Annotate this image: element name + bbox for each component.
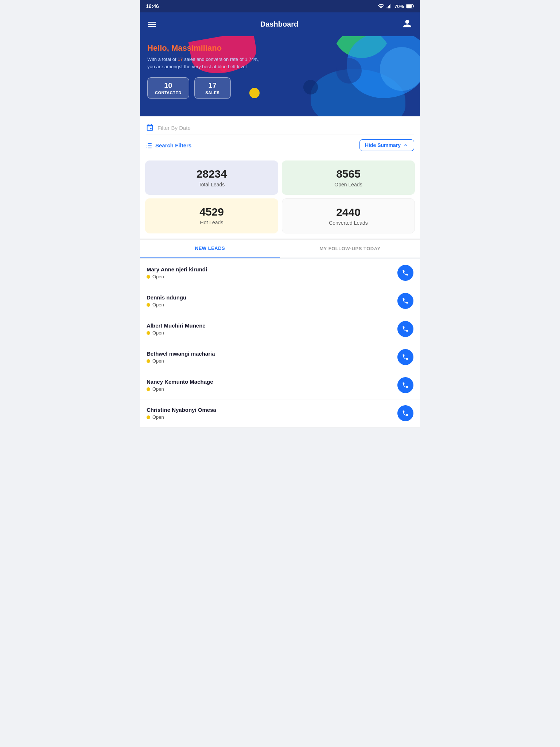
converted-leads-label: Converted Leads xyxy=(288,220,409,226)
wifi-icon xyxy=(378,3,384,9)
lead-item: Mary Anne njeri kirundi Open xyxy=(140,259,420,287)
lead-item: Dennis ndungu Open xyxy=(140,287,420,315)
status-label: Open xyxy=(152,414,164,420)
status-time: 16:46 xyxy=(146,3,159,9)
lead-list: Mary Anne njeri kirundi Open Dennis ndun… xyxy=(140,259,420,427)
status-bar: 16:46 70% xyxy=(140,0,420,12)
hero-description: With a total of 17 sales and conversion … xyxy=(147,56,264,70)
lead-item: Nancy Kemunto Machage Open xyxy=(140,371,420,399)
open-leads-label: Open Leads xyxy=(288,182,409,187)
contacted-stat: 10 CONTACTED xyxy=(147,77,189,99)
hot-leads-label: Hot Leads xyxy=(151,220,272,225)
lead-info: Mary Anne njeri kirundi Open xyxy=(147,266,207,279)
lead-name: Christine Nyabonyi Omesa xyxy=(147,407,216,413)
phone-icon xyxy=(402,353,409,361)
open-leads-card: 8565 Open Leads xyxy=(282,160,415,195)
battery-percentage: 70% xyxy=(394,4,404,9)
summary-grid: 28234 Total Leads 8565 Open Leads 4529 H… xyxy=(140,157,420,239)
phone-icon xyxy=(402,382,409,389)
svg-rect-1 xyxy=(388,6,389,8)
total-leads-label: Total Leads xyxy=(151,182,272,187)
lead-status: Open xyxy=(147,302,186,307)
lead-status: Open xyxy=(147,386,213,392)
open-leads-number: 8565 xyxy=(288,168,409,180)
filter-icon xyxy=(146,142,152,148)
phone-icon xyxy=(402,269,409,276)
phone-icon xyxy=(402,325,409,333)
profile-button[interactable] xyxy=(401,18,413,31)
total-leads-card: 28234 Total Leads xyxy=(145,160,278,195)
top-nav: Dashboard xyxy=(140,12,420,36)
filter-section: Filter By Date Search Filters Hide Summa… xyxy=(140,116,420,157)
status-label: Open xyxy=(152,386,164,392)
sales-label: SALES xyxy=(202,90,223,95)
status-dot xyxy=(147,387,150,391)
status-icons: 70% xyxy=(378,3,414,9)
lead-item: Bethwel mwangi macharia Open xyxy=(140,343,420,371)
lead-info: Albert Muchiri Munene Open xyxy=(147,322,206,336)
call-button[interactable] xyxy=(397,293,413,309)
phone-icon xyxy=(402,410,409,417)
hero-content: Hello, Massimiliano With a total of 17 s… xyxy=(147,43,413,99)
call-button[interactable] xyxy=(397,321,413,337)
lead-status: Open xyxy=(147,358,215,364)
contacted-label: CONTACTED xyxy=(155,90,182,95)
lead-status: Open xyxy=(147,414,216,420)
svg-rect-2 xyxy=(389,5,390,8)
svg-rect-5 xyxy=(407,5,412,8)
svg-rect-0 xyxy=(387,7,388,8)
search-filters-label: Search Filters xyxy=(155,142,191,148)
hero-greeting: Hello, Massimiliano xyxy=(147,43,413,53)
lead-info: Bethwel mwangi macharia Open xyxy=(147,351,215,364)
status-label: Open xyxy=(152,330,164,336)
page-title: Dashboard xyxy=(158,20,401,28)
status-dot xyxy=(147,359,150,363)
hero-banner: Hello, Massimiliano With a total of 17 s… xyxy=(140,36,420,116)
call-button[interactable] xyxy=(397,377,413,393)
status-dot xyxy=(147,331,150,335)
tab-followups[interactable]: MY FOLLOW-UPS TODAY xyxy=(280,240,420,258)
lead-info: Dennis ndungu Open xyxy=(147,294,186,307)
sales-number: 17 xyxy=(202,81,223,90)
date-filter[interactable]: Filter By Date xyxy=(146,121,414,135)
date-filter-text: Filter By Date xyxy=(158,125,191,131)
svg-rect-3 xyxy=(390,4,391,8)
status-label: Open xyxy=(152,358,164,364)
lead-info: Nancy Kemunto Machage Open xyxy=(147,379,213,392)
lead-name: Dennis ndungu xyxy=(147,294,186,301)
status-label: Open xyxy=(152,302,164,307)
hide-summary-label: Hide Summary xyxy=(365,142,401,148)
lead-name: Albert Muchiri Munene xyxy=(147,322,206,329)
search-filters-button[interactable]: Search Filters xyxy=(146,142,191,148)
call-button[interactable] xyxy=(397,405,413,421)
total-leads-number: 28234 xyxy=(151,168,272,180)
converted-leads-number: 2440 xyxy=(288,206,409,218)
chevron-up-icon xyxy=(403,142,409,148)
filter-row: Search Filters Hide Summary xyxy=(146,135,414,152)
lead-status: Open xyxy=(147,274,207,279)
status-label: Open xyxy=(152,274,164,279)
status-dot xyxy=(147,303,150,307)
tab-new-leads[interactable]: NEW LEADS xyxy=(140,240,280,258)
lead-item: Albert Muchiri Munene Open xyxy=(140,315,420,343)
greeting-text: Hello, Massimiliano xyxy=(147,43,222,53)
lead-status: Open xyxy=(147,330,206,336)
hero-stats: 10 CONTACTED 17 SALES xyxy=(147,77,413,99)
hot-leads-card: 4529 Hot Leads xyxy=(145,198,278,233)
signal-icon xyxy=(386,3,392,9)
call-button[interactable] xyxy=(397,349,413,365)
battery-icon xyxy=(406,4,414,8)
lead-item: Christine Nyabonyi Omesa Open xyxy=(140,399,420,427)
sales-highlight: 17 xyxy=(178,57,183,62)
lead-name: Mary Anne njeri kirundi xyxy=(147,266,207,272)
call-button[interactable] xyxy=(397,265,413,281)
hamburger-button[interactable] xyxy=(147,19,158,30)
hide-summary-button[interactable]: Hide Summary xyxy=(359,139,414,151)
status-dot xyxy=(147,275,150,279)
sales-stat: 17 SALES xyxy=(194,77,231,99)
lead-info: Christine Nyabonyi Omesa Open xyxy=(147,407,216,420)
hot-leads-number: 4529 xyxy=(151,206,272,218)
contacted-number: 10 xyxy=(155,81,182,90)
phone-icon xyxy=(402,297,409,305)
converted-leads-card: 2440 Converted Leads xyxy=(282,198,415,233)
